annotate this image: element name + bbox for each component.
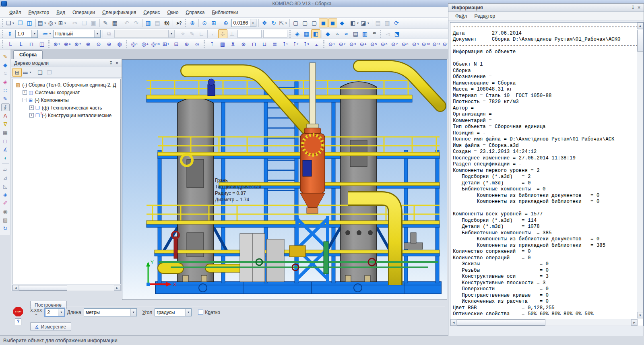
spreadsheet-icon[interactable]: ▦ (110, 19, 120, 27)
menu-item-справка[interactable]: Справка (182, 8, 208, 17)
fastener-set-icon-2[interactable]: ⊖2 (337, 40, 347, 49)
nut-icon-1[interactable]: ◎1 (129, 40, 140, 49)
toolbar-grip[interactable] (126, 40, 128, 48)
report-chart-icon[interactable]: ▥ (360, 29, 369, 38)
tab-assembly[interactable]: Сборка (13, 50, 43, 59)
tree-structure-icon[interactable]: ⊞ (12, 68, 22, 77)
spline-icon[interactable]: ≈ (1, 70, 10, 77)
scroll-down-icon[interactable]: ▼ (637, 312, 643, 318)
collapse-icon[interactable]: − (23, 98, 27, 102)
pin-icon[interactable]: ↧ (630, 4, 636, 10)
spray-icon[interactable]: ✧ (178, 29, 188, 38)
hidden-lines-icon[interactable]: ▢ (300, 19, 310, 27)
toolbar-grip[interactable] (48, 40, 50, 48)
post-icon-1[interactable]: ⊺1 (280, 40, 291, 49)
layers-combo[interactable]: ▼ (114, 30, 175, 38)
doc-props-icon[interactable]: ▤ (351, 29, 360, 38)
fastener-set-icon-7[interactable]: ⊖7 (389, 40, 400, 49)
toolbar-grip[interactable] (204, 40, 206, 48)
brief-checkbox[interactable] (198, 310, 203, 315)
parameters-icon[interactable]: ▥ (383, 19, 392, 27)
fastener-set-icon-1[interactable]: ⊖1 (326, 40, 337, 49)
dome-icon[interactable]: ◉ (1, 208, 10, 215)
open-document-icon[interactable]: ❐ (16, 19, 25, 27)
menu-item-библиотеки[interactable]: Библиотеки (208, 8, 242, 17)
expand-icon[interactable]: + (29, 105, 34, 110)
post-icon-3[interactable]: ⊺3 (301, 40, 312, 49)
toolbar-grip[interactable] (2, 40, 4, 48)
toolbar-grip[interactable] (289, 30, 291, 38)
hatchpost-icon[interactable]: ≣ (270, 40, 280, 49)
steel-angle-icon[interactable]: L (5, 40, 16, 49)
pin-flag-icon[interactable]: ◈ (1, 78, 10, 86)
rivet-icon[interactable]: ⊛ (104, 40, 114, 49)
print-preview-icon[interactable]: ◎▼ (47, 19, 58, 27)
measure-123-icon[interactable]: ¹²³ (369, 29, 379, 38)
angle-unit-combo[interactable]: градусы▼ (155, 308, 192, 316)
fastener-set-icon-10[interactable]: ⊖10 (421, 40, 431, 49)
simplified-view-icon[interactable]: ◧▼ (349, 19, 360, 27)
stud-icon[interactable]: ⊺ (207, 40, 217, 49)
loop-icon[interactable]: ∞ (192, 40, 202, 49)
toolbar-grip[interactable] (2, 19, 4, 27)
tree-copy-icon[interactable]: ❐ (45, 68, 54, 77)
info-menu-редактор[interactable]: Редактор (471, 12, 499, 21)
info-vertical-scrollbar[interactable]: ▲ ▼ (637, 23, 643, 318)
edit-part-icon[interactable]: ✎ (1, 53, 10, 60)
zoom-area-icon[interactable]: ⊕ (188, 19, 197, 27)
hatch-screw-icon[interactable]: ⊻ (228, 40, 238, 49)
fastener-set-icon-11[interactable]: ⊖11 (431, 40, 442, 49)
expand-icon[interactable]: + (23, 90, 27, 95)
menu-item-сервис[interactable]: Сервис (140, 8, 163, 17)
send-icon[interactable]: ⊞▼ (58, 19, 68, 27)
steel-channel-icon[interactable]: ⊓ (26, 40, 37, 49)
scroll-left-icon[interactable]: ◄ (450, 319, 457, 326)
menu-item-операции[interactable]: Операции (69, 8, 99, 17)
layers-icon[interactable]: ⧉ (104, 29, 114, 38)
close-icon[interactable]: × (636, 4, 642, 10)
pin-icon[interactable]: ⊟ (171, 40, 182, 49)
zoom-frame-icon[interactable]: ⊞ (209, 19, 219, 27)
post-icon-00[interactable]: ⊔ (259, 40, 270, 49)
tree-report-icon[interactable]: ❏ (35, 68, 45, 77)
pan-icon[interactable]: ✥ (260, 19, 269, 27)
help-bubble-icon[interactable]: ? (15, 318, 21, 325)
local-csys-icon[interactable]: ∟ (197, 29, 206, 38)
sketch-pink-icon[interactable]: ✐ (1, 199, 10, 207)
cursor-step-icon[interactable]: ⇕ (5, 29, 14, 38)
x-coord-field[interactable] (237, 30, 262, 38)
toolbar-grip[interactable] (185, 19, 187, 27)
scroll-thumb[interactable] (637, 30, 643, 52)
color-view-icon[interactable]: ◧ (311, 29, 320, 38)
rotate-body-icon[interactable]: ↻ (1, 225, 10, 232)
bolt-icon-4[interactable]: ⊜4 (62, 40, 72, 49)
context-help-icon[interactable]: ➤? (174, 19, 184, 27)
scroll-thumb[interactable] (19, 285, 67, 291)
toolbar-grip[interactable] (2, 30, 4, 38)
save-document-icon[interactable]: ◫ (25, 19, 34, 27)
tree-item[interactable]: +❒!(-) Конструкции металлические (12, 112, 120, 119)
nut-icon-10[interactable]: ◎10 (150, 40, 161, 49)
washer-icon[interactable]: ⊕ (182, 40, 192, 49)
screw-icon[interactable]: ⊝ (93, 40, 104, 49)
fastener-set-icon-3[interactable]: ⊖3 (347, 40, 358, 49)
rainbow-cube-icon[interactable]: ◆ (323, 29, 332, 38)
anchor-icon[interactable]: ◍ (114, 40, 125, 49)
variables-icon[interactable]: f(x) (162, 19, 171, 27)
hidden-removed-icon[interactable]: ▢ (310, 19, 319, 27)
tree-horizontal-scrollbar[interactable]: ◄ ► (12, 285, 121, 291)
copy-icon[interactable]: ❑ (80, 19, 89, 27)
info-menu-файл[interactable]: Файл (452, 12, 471, 21)
tab-measurement[interactable]: ∡ Измерение (30, 322, 71, 331)
box-3d-icon[interactable]: ▧ (1, 216, 10, 224)
y-coord-field[interactable] (263, 30, 287, 38)
precision-combo[interactable]: 2▼ (45, 308, 64, 316)
nut-icon-4[interactable]: ◎4 (140, 40, 150, 49)
grate-icon[interactable]: ▥ (217, 40, 228, 49)
measure-point-icon[interactable]: ∡ (1, 146, 10, 153)
detail-level-combo[interactable]: Полный▼ (53, 30, 101, 38)
attachment-icon[interactable]: ∮ (1, 103, 10, 111)
section-view-icon[interactable]: ◪▼ (360, 19, 370, 27)
perspective-icon[interactable]: ◆ (337, 19, 347, 27)
expand-icon[interactable]: + (29, 113, 34, 118)
